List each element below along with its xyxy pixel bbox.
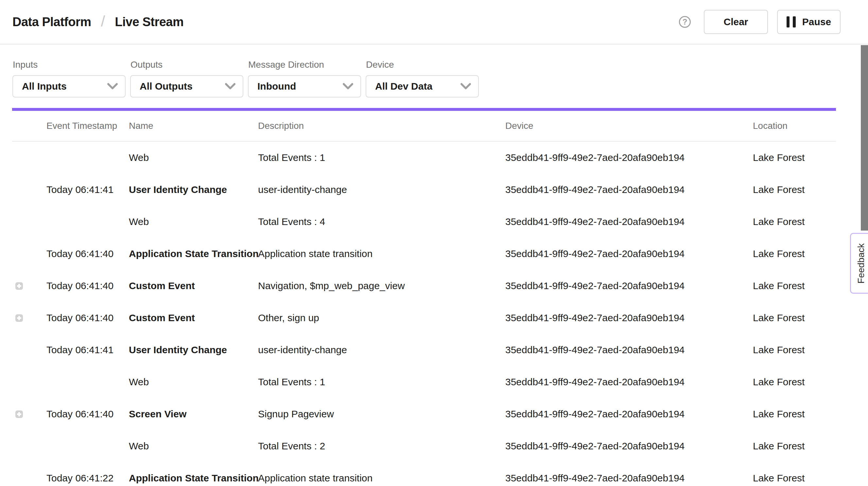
table-row[interactable]: Web Total Events : 2 35eddb41-9ff9-49e2-… <box>12 430 836 462</box>
pause-button[interactable]: Pause <box>777 10 840 34</box>
filter-message-direction: Message Direction Inbound <box>248 44 361 97</box>
event-timestamp: Today 06:41:22 <box>46 473 129 484</box>
device-dropdown[interactable]: All Dev Data <box>366 75 479 97</box>
inputs-dropdown[interactable]: All Inputs <box>12 75 126 97</box>
clear-button[interactable]: Clear <box>704 10 768 34</box>
event-description: Application state transition <box>258 473 505 484</box>
event-location: Lake Forest <box>753 376 836 388</box>
expand-cell <box>12 411 46 418</box>
event-timestamp: Today 06:41:40 <box>46 408 129 420</box>
event-name: Web <box>129 152 258 163</box>
table-row[interactable]: Today 06:41:22 Application State Transit… <box>12 462 836 486</box>
event-location: Lake Forest <box>753 248 836 260</box>
event-description: Application state transition <box>258 248 505 260</box>
event-description: Signup Pageview <box>258 408 505 420</box>
filter-outputs: Outputs All Outputs <box>130 44 243 97</box>
message-direction-dropdown-value: Inbound <box>257 81 296 92</box>
feedback-tab[interactable]: Feedback <box>850 233 868 294</box>
event-device-id: 35eddb41-9ff9-49e2-7aed-20afa90eb194 <box>505 408 753 420</box>
event-location: Lake Forest <box>753 216 836 227</box>
event-stream: Event Timestamp Name Description Device … <box>12 108 836 486</box>
outputs-dropdown-value: All Outputs <box>140 81 193 92</box>
filter-outputs-label: Outputs <box>130 60 243 70</box>
vertical-scrollbar[interactable] <box>861 45 868 231</box>
event-name: Custom Event <box>129 280 258 292</box>
top-bar: Data Platform / Live Stream ? Clear Paus… <box>0 0 868 44</box>
event-device-id: 35eddb41-9ff9-49e2-7aed-20afa90eb194 <box>505 473 753 484</box>
table-row[interactable]: Web Total Events : 4 35eddb41-9ff9-49e2-… <box>12 206 836 238</box>
event-description: Total Events : 4 <box>258 216 505 227</box>
event-description: user-identity-change <box>258 344 505 356</box>
page-title: Live Stream <box>115 15 184 29</box>
event-timestamp: Today 06:41:40 <box>46 312 129 324</box>
table-row[interactable]: Today 06:41:41 User Identity Change user… <box>12 174 836 206</box>
event-description: Total Events : 2 <box>258 441 505 452</box>
event-location: Lake Forest <box>753 312 836 324</box>
help-icon[interactable]: ? <box>679 16 691 28</box>
table-row[interactable]: Today 06:41:41 User Identity Change user… <box>12 334 836 366</box>
expand-cell <box>12 250 46 258</box>
event-timestamp: Today 06:41:41 <box>46 184 129 195</box>
plus-icon[interactable] <box>16 282 23 290</box>
event-device-id: 35eddb41-9ff9-49e2-7aed-20afa90eb194 <box>505 441 753 452</box>
filter-inputs-label: Inputs <box>13 60 126 70</box>
breadcrumb-section[interactable]: Data Platform <box>12 15 91 29</box>
event-device-id: 35eddb41-9ff9-49e2-7aed-20afa90eb194 <box>505 280 753 292</box>
event-name: Screen View <box>129 408 258 420</box>
table-row[interactable]: Web Total Events : 1 35eddb41-9ff9-49e2-… <box>12 366 836 398</box>
event-description: user-identity-change <box>258 184 505 195</box>
event-timestamp: Today 06:41:41 <box>46 344 129 356</box>
event-location: Lake Forest <box>753 184 836 195</box>
event-location: Lake Forest <box>753 280 836 292</box>
chevron-down-icon <box>461 83 471 90</box>
table-row[interactable]: Web Total Events : 1 35eddb41-9ff9-49e2-… <box>12 142 836 174</box>
filter-device-label: Device <box>366 60 479 70</box>
plus-icon[interactable] <box>16 314 23 322</box>
table-row[interactable]: Today 06:41:40 Custom Event Other, sign … <box>12 302 836 334</box>
event-device-id: 35eddb41-9ff9-49e2-7aed-20afa90eb194 <box>505 248 753 260</box>
event-timestamp: Today 06:41:40 <box>46 248 129 260</box>
event-name: User Identity Change <box>129 344 258 356</box>
message-direction-dropdown[interactable]: Inbound <box>248 75 361 97</box>
event-name: Web <box>129 216 258 227</box>
table-row[interactable]: Today 06:41:40 Application State Transit… <box>12 238 836 270</box>
event-device-id: 35eddb41-9ff9-49e2-7aed-20afa90eb194 <box>505 152 753 163</box>
event-name: User Identity Change <box>129 184 258 195</box>
expand-cell <box>12 443 46 450</box>
event-name: Web <box>129 441 258 452</box>
table-row[interactable]: Today 06:41:40 Screen View Signup Pagevi… <box>12 398 836 430</box>
outputs-dropdown[interactable]: All Outputs <box>130 75 243 97</box>
event-name: Web <box>129 376 258 388</box>
device-dropdown-value: All Dev Data <box>375 81 432 92</box>
event-timestamp: Today 06:41:40 <box>46 280 129 292</box>
table-row[interactable]: Today 06:41:40 Custom Event Navigation, … <box>12 270 836 302</box>
pause-button-label: Pause <box>802 17 831 28</box>
event-location: Lake Forest <box>753 408 836 420</box>
expand-cell <box>12 475 46 482</box>
filter-bar: Inputs All Inputs Outputs All Outputs Me… <box>12 44 479 97</box>
event-description: Total Events : 1 <box>258 152 505 163</box>
live-stream-page: Data Platform / Live Stream ? Clear Paus… <box>0 0 868 486</box>
chevron-down-icon <box>225 83 236 90</box>
event-device-id: 35eddb41-9ff9-49e2-7aed-20afa90eb194 <box>505 184 753 195</box>
event-device-id: 35eddb41-9ff9-49e2-7aed-20afa90eb194 <box>505 312 753 324</box>
column-header-name: Name <box>129 121 258 131</box>
column-header-description: Description <box>258 121 505 131</box>
column-header-event-timestamp: Event Timestamp <box>46 121 129 131</box>
event-table-body: Web Total Events : 1 35eddb41-9ff9-49e2-… <box>12 142 836 486</box>
event-device-id: 35eddb41-9ff9-49e2-7aed-20afa90eb194 <box>505 216 753 227</box>
expand-cell <box>12 186 46 193</box>
event-description: Other, sign up <box>258 312 505 324</box>
expand-cell <box>12 154 46 161</box>
filter-device: Device All Dev Data <box>366 44 479 97</box>
top-bar-actions: ? Clear Pause <box>679 10 840 34</box>
filter-inputs: Inputs All Inputs <box>12 44 126 97</box>
event-device-id: 35eddb41-9ff9-49e2-7aed-20afa90eb194 <box>505 344 753 356</box>
expand-cell <box>12 346 46 354</box>
plus-icon[interactable] <box>16 411 23 418</box>
breadcrumb-separator: / <box>101 12 105 30</box>
event-name: Application State Transition <box>129 248 258 260</box>
event-description: Total Events : 1 <box>258 376 505 388</box>
column-header-location: Location <box>753 121 836 131</box>
expand-cell <box>12 314 46 322</box>
